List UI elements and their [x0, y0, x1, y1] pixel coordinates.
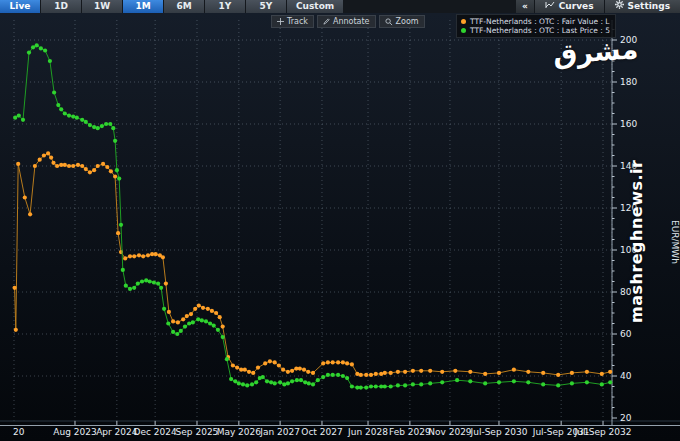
data-point[interactable] [608, 370, 612, 374]
data-point[interactable] [321, 375, 325, 379]
data-point[interactable] [179, 329, 183, 333]
data-point[interactable] [181, 317, 185, 321]
annotate-button[interactable]: Annotate [317, 15, 376, 28]
data-point[interactable] [608, 380, 612, 384]
data-point[interactable] [468, 370, 472, 374]
data-point[interactable] [389, 371, 393, 375]
data-point[interactable] [21, 118, 25, 122]
data-point[interactable] [191, 320, 195, 324]
data-point[interactable] [161, 255, 165, 259]
data-point[interactable] [96, 164, 100, 168]
data-point[interactable] [403, 383, 407, 387]
data-point[interactable] [341, 374, 345, 378]
data-point[interactable] [92, 125, 96, 129]
data-point[interactable] [31, 45, 35, 49]
chart-area[interactable]: 20406080100120140160180200EUR/MWhAug 202… [0, 13, 680, 441]
data-point[interactable] [303, 380, 307, 384]
data-point[interactable] [396, 383, 400, 387]
data-point[interactable] [512, 368, 516, 372]
data-point[interactable] [247, 370, 251, 374]
data-point[interactable] [63, 111, 67, 115]
data-point[interactable] [440, 370, 444, 374]
data-point[interactable] [229, 377, 233, 381]
data-point[interactable] [13, 116, 17, 120]
data-point[interactable] [369, 373, 373, 377]
tab-1m[interactable]: 1M [123, 0, 164, 13]
data-point[interactable] [185, 314, 189, 318]
data-point[interactable] [497, 371, 501, 375]
data-point[interactable] [286, 370, 290, 374]
data-point[interactable] [345, 361, 349, 365]
data-point[interactable] [306, 370, 310, 374]
data-point[interactable] [197, 304, 201, 308]
data-point[interactable] [171, 330, 175, 334]
data-point[interactable] [526, 370, 530, 374]
data-point[interactable] [117, 177, 121, 181]
track-button[interactable]: Track [271, 15, 314, 28]
data-point[interactable] [311, 371, 315, 375]
data-point[interactable] [341, 360, 345, 364]
data-point[interactable] [136, 282, 140, 286]
data-point[interactable] [403, 370, 407, 374]
data-point[interactable] [326, 360, 330, 364]
data-point[interactable] [187, 321, 191, 325]
data-point[interactable] [290, 369, 294, 373]
data-point[interactable] [162, 307, 166, 311]
data-point[interactable] [164, 282, 168, 286]
data-point[interactable] [331, 373, 335, 377]
data-point[interactable] [331, 360, 335, 364]
data-point[interactable] [256, 366, 260, 370]
data-point[interactable] [468, 379, 472, 383]
data-point[interactable] [132, 254, 136, 258]
data-point[interactable] [221, 335, 225, 339]
data-point[interactable] [196, 317, 200, 321]
data-point[interactable] [111, 126, 115, 130]
data-point[interactable] [556, 373, 560, 377]
data-point[interactable] [121, 268, 125, 272]
data-point[interactable] [379, 384, 383, 388]
data-point[interactable] [101, 162, 105, 166]
data-point[interactable] [193, 307, 197, 311]
data-point[interactable] [141, 254, 145, 258]
data-point[interactable] [88, 123, 92, 127]
data-point[interactable] [290, 379, 294, 383]
data-point[interactable] [201, 306, 205, 310]
data-point[interactable] [350, 384, 354, 388]
data-point[interactable] [204, 319, 208, 323]
data-point[interactable] [295, 378, 299, 382]
data-point[interactable] [56, 103, 60, 107]
data-point[interactable] [282, 382, 286, 386]
data-point[interactable] [245, 383, 249, 387]
data-point[interactable] [123, 256, 127, 260]
data-point[interactable] [350, 362, 354, 366]
data-point[interactable] [71, 115, 75, 119]
data-point[interactable] [152, 280, 156, 284]
data-point[interactable] [14, 328, 18, 332]
data-point[interactable] [483, 372, 487, 376]
data-point[interactable] [278, 380, 282, 384]
legend-item[interactable]: TTF-Netherlands : OTC : Fair Value : L [461, 17, 610, 26]
data-point[interactable] [483, 381, 487, 385]
data-point[interactable] [189, 312, 193, 316]
data-point[interactable] [148, 279, 152, 283]
data-point[interactable] [251, 371, 255, 375]
settings-button[interactable]: Settings [604, 0, 680, 13]
data-point[interactable] [556, 383, 560, 387]
legend-item[interactable]: TTF-Netherlands : OTC : Last Price : 5 [461, 26, 610, 35]
data-point[interactable] [570, 371, 574, 375]
data-point[interactable] [13, 286, 17, 290]
data-point[interactable] [277, 363, 281, 367]
data-point[interactable] [237, 381, 241, 385]
data-point[interactable] [39, 46, 43, 50]
data-point[interactable] [241, 382, 245, 386]
data-point[interactable] [453, 369, 457, 373]
data-point[interactable] [166, 321, 170, 325]
data-point[interactable] [419, 382, 423, 386]
data-point[interactable] [541, 371, 545, 375]
data-point[interactable] [210, 309, 214, 313]
data-point[interactable] [321, 361, 325, 365]
data-point[interactable] [326, 373, 330, 377]
data-point[interactable] [88, 170, 92, 174]
data-point[interactable] [345, 376, 349, 380]
data-point[interactable] [80, 164, 84, 168]
